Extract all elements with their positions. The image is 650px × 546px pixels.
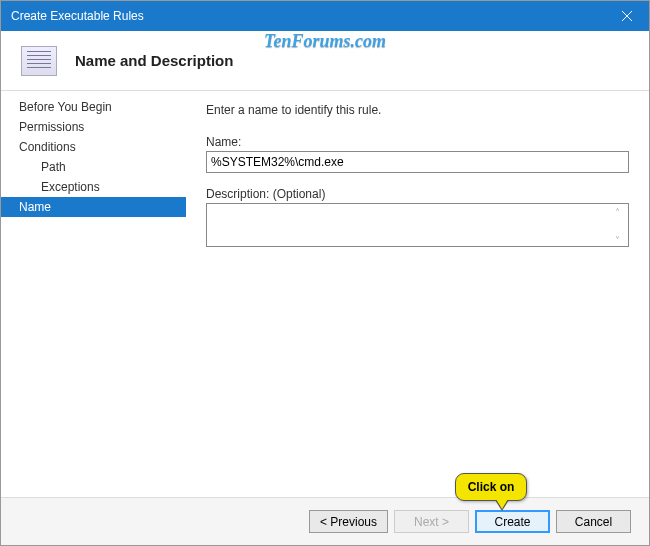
- next-button: Next >: [394, 510, 469, 533]
- name-input[interactable]: [206, 151, 629, 173]
- tutorial-callout: Click on: [455, 473, 527, 501]
- description-label: Description: (Optional): [206, 187, 629, 201]
- sidebar-item-before-you-begin[interactable]: Before You Begin: [1, 97, 186, 117]
- header: Name and Description: [1, 31, 649, 91]
- sidebar-item-name[interactable]: Name: [1, 197, 186, 217]
- instruction-text: Enter a name to identify this rule.: [206, 103, 629, 117]
- titlebar: Create Executable Rules: [1, 1, 649, 31]
- previous-button[interactable]: < Previous: [309, 510, 388, 533]
- page-title: Name and Description: [75, 52, 233, 69]
- wizard-window: Create Executable Rules TenForums.com Na…: [0, 0, 650, 546]
- sidebar-item-permissions[interactable]: Permissions: [1, 117, 186, 137]
- cancel-button[interactable]: Cancel: [556, 510, 631, 533]
- sidebar: Before You Begin Permissions Conditions …: [1, 91, 186, 499]
- content-panel: Enter a name to identify this rule. Name…: [186, 91, 649, 499]
- sidebar-item-conditions[interactable]: Conditions: [1, 137, 186, 157]
- sidebar-item-path[interactable]: Path: [1, 157, 186, 177]
- window-title: Create Executable Rules: [11, 9, 144, 23]
- close-icon: [622, 11, 632, 21]
- close-button[interactable]: [604, 1, 649, 31]
- create-button[interactable]: Create: [475, 510, 550, 533]
- body: Before You Begin Permissions Conditions …: [1, 91, 649, 499]
- name-label: Name:: [206, 135, 629, 149]
- description-input[interactable]: [206, 203, 629, 247]
- wizard-book-icon: [21, 46, 57, 76]
- sidebar-item-exceptions[interactable]: Exceptions: [1, 177, 186, 197]
- callout-text: Click on: [468, 480, 515, 494]
- footer: < Previous Next > Create Cancel: [1, 497, 649, 545]
